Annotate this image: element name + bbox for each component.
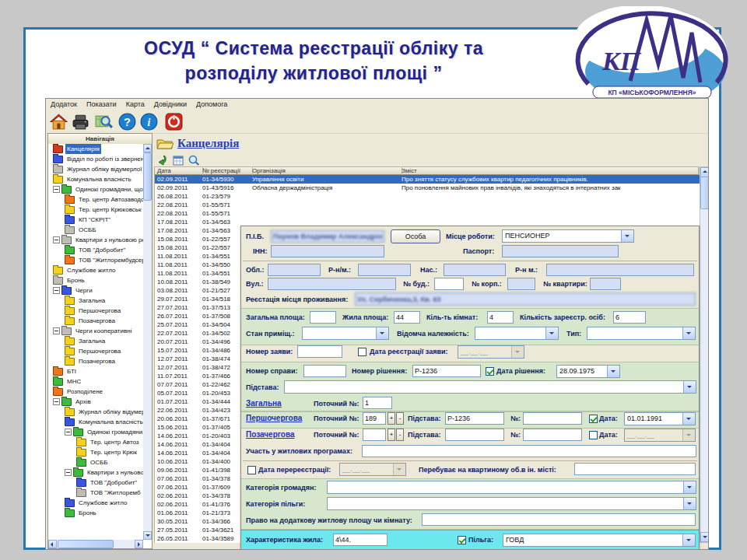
application-number-input[interactable]	[297, 345, 342, 358]
queue-extra-minus-button[interactable]: -	[396, 429, 404, 441]
queue-first-no-input[interactable]	[523, 412, 582, 425]
tree-item[interactable]: Квартири з нульовою р	[48, 467, 143, 478]
tree-item[interactable]: Черги кооперативні	[48, 326, 143, 336]
registration-address-input[interactable]	[355, 292, 696, 306]
table-row[interactable]: 22.08.201101-55/571	[155, 201, 700, 209]
tree-item[interactable]: ОСББ	[48, 225, 143, 235]
inn-input[interactable]	[271, 245, 384, 257]
other-city-input[interactable]	[574, 463, 696, 475]
tree-item[interactable]: Позачергова	[48, 356, 143, 366]
tree-item[interactable]: ТОВ "Житлоремб	[48, 488, 143, 498]
tree-item[interactable]: Комунальна власність	[48, 174, 143, 184]
queue-first-plus-button[interactable]: +	[388, 412, 395, 425]
queue-first-date-checkbox[interactable]	[589, 415, 598, 423]
queue-first-basis-input[interactable]	[445, 412, 504, 425]
queue-first-date-select[interactable]: 01.01.1991	[624, 412, 696, 425]
state-select[interactable]	[302, 327, 389, 340]
decision-number-input[interactable]	[412, 365, 481, 377]
tree-item[interactable]: Першочергова	[48, 306, 143, 316]
column-header-1[interactable]: № реєстрації	[200, 167, 253, 175]
obl-input[interactable]	[268, 264, 321, 276]
tree-item[interactable]: Журнал обліку відумерлої сп	[48, 164, 143, 174]
decision-date-checkbox[interactable]	[486, 367, 494, 376]
korp-input[interactable]	[507, 278, 535, 290]
tree-item[interactable]: Службове житло	[48, 498, 143, 508]
breadcrumb-link[interactable]: Канцелярія	[177, 137, 239, 150]
persons-input[interactable]	[613, 311, 646, 324]
queue-general-input[interactable]	[363, 397, 392, 409]
find-icon[interactable]	[188, 155, 200, 166]
tree-item[interactable]: Черги	[48, 285, 143, 296]
area-total-input[interactable]	[310, 311, 336, 324]
collapse-icon[interactable]	[65, 469, 72, 476]
decision-date-select[interactable]: 28.09.1975	[556, 365, 620, 378]
chevron-down-icon[interactable]	[393, 464, 405, 475]
tree-item[interactable]: Загальна	[48, 296, 143, 306]
tree-item[interactable]: ОСББ	[48, 457, 143, 467]
application-date-checkbox[interactable]	[358, 348, 366, 356]
vul-input[interactable]	[268, 278, 396, 290]
tree-item[interactable]: Позачергова	[48, 316, 143, 326]
queue-extra-input[interactable]	[363, 429, 386, 441]
chevron-down-icon[interactable]	[621, 230, 633, 242]
tree-horizontal-scrollbar[interactable]	[48, 540, 143, 548]
chevron-down-icon[interactable]	[682, 429, 695, 441]
area-living-input[interactable]	[394, 311, 420, 324]
tree-item[interactable]: Тер. центр Автозаводс	[48, 194, 143, 205]
rereg-date-checkbox[interactable]	[247, 466, 256, 474]
application-date-select[interactable]: __.__.__	[458, 345, 524, 359]
queue-first-link[interactable]: Першочергова	[246, 414, 302, 422]
chevron-down-icon[interactable]	[376, 327, 388, 339]
tree-item[interactable]: Одинокі громадяни, щ	[48, 427, 143, 437]
tree-item[interactable]: ТОВ "Добробит"	[48, 478, 143, 488]
menu-item-2[interactable]: Карта	[126, 100, 145, 110]
programs-input[interactable]	[362, 445, 696, 457]
queue-extra-date-checkbox[interactable]	[589, 431, 598, 439]
queue-extra-basis-input[interactable]	[445, 429, 504, 441]
tree-item[interactable]: МНС	[48, 376, 143, 387]
calendar-icon[interactable]	[173, 155, 184, 166]
chevron-down-icon[interactable]	[683, 381, 696, 393]
chevron-down-icon[interactable]	[682, 413, 695, 425]
back-icon[interactable]	[156, 155, 168, 166]
collapse-icon[interactable]	[53, 236, 60, 243]
tree-item[interactable]: Відділ по роботі із зверненнями	[48, 154, 143, 164]
extra-space-input[interactable]	[422, 513, 696, 526]
benefit-category-select[interactable]	[327, 497, 696, 510]
tree-item[interactable]: Канцелярія	[48, 144, 143, 154]
queue-general-link[interactable]: Загальна	[246, 399, 282, 408]
case-number-input[interactable]	[303, 365, 346, 377]
collapse-icon[interactable]	[53, 327, 60, 334]
kvart-input[interactable]	[590, 278, 621, 290]
tree-item[interactable]: Архів	[48, 397, 143, 407]
tree-item[interactable]: ТОВ "Добробит"	[48, 245, 143, 255]
table-row[interactable]: 22.08.201101-55/571	[155, 209, 700, 218]
help-icon[interactable]: ?	[117, 112, 137, 131]
tree-item[interactable]: Розподілене	[48, 387, 143, 397]
queue-extra-link[interactable]: Позачергова	[246, 430, 295, 439]
rn-input[interactable]	[358, 264, 411, 276]
column-header-3[interactable]: Зміст	[399, 167, 700, 175]
workplace-select[interactable]: ПЕНСИОНЕР	[502, 229, 634, 243]
rnm-input[interactable]	[546, 264, 694, 276]
type-select[interactable]	[587, 327, 696, 340]
chevron-down-icon[interactable]	[607, 366, 619, 377]
tree-item[interactable]: БТІ	[48, 366, 143, 376]
table-row[interactable]: 26.08.201101-23/579	[155, 192, 700, 201]
tree-item[interactable]: КП "СКРІТ"	[48, 215, 143, 225]
tree-vertical-scrollbar[interactable]	[143, 144, 152, 540]
queue-first-minus-button[interactable]: -	[396, 412, 404, 425]
basis-select[interactable]	[284, 380, 696, 394]
bud-input[interactable]	[434, 278, 464, 290]
benefit-select[interactable]: ГОВД	[503, 534, 696, 547]
column-header-0[interactable]: Дата	[155, 167, 203, 175]
collapse-icon[interactable]	[53, 287, 60, 294]
benefit-checkbox[interactable]	[458, 536, 466, 544]
pib-input[interactable]	[271, 230, 384, 243]
menu-item-4[interactable]: Допомога	[196, 100, 227, 110]
rooms-input[interactable]	[487, 311, 514, 324]
table-vertical-scrollbar[interactable]	[700, 166, 709, 543]
citizens-category-select[interactable]	[327, 481, 696, 494]
chevron-down-icon[interactable]	[682, 327, 695, 339]
chevron-down-icon[interactable]	[682, 534, 695, 546]
